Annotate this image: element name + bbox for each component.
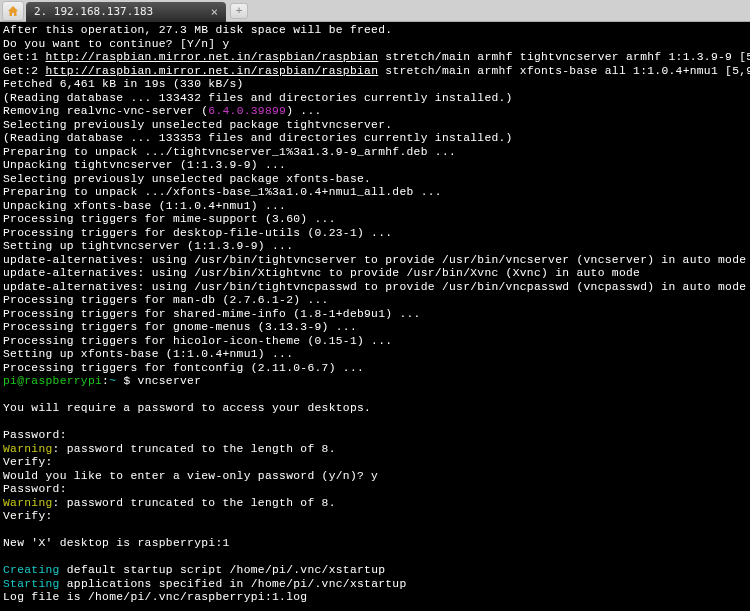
output-line: Fetched 6,461 kB in 19s (330 kB/s): [3, 78, 244, 90]
close-icon[interactable]: ×: [211, 5, 218, 19]
prompt-user: pi@raspberrypi: [3, 375, 102, 387]
warning-label: Warning: [3, 443, 53, 455]
output-line: Setting up xfonts-base (1:1.0.4+nmu1) ..…: [3, 348, 293, 360]
output-line: stretch/main armhf xfonts-base all 1:1.0…: [378, 65, 750, 77]
output-line: Processing triggers for desktop-file-uti…: [3, 227, 392, 239]
home-icon: [7, 5, 19, 17]
output-line: Processing triggers for shared-mime-info…: [3, 308, 421, 320]
output-line: Password:: [3, 483, 67, 495]
output-line: Log file is /home/pi/.vnc/raspberrypi:1.…: [3, 591, 307, 603]
output-line: Processing triggers for hicolor-icon-the…: [3, 335, 392, 347]
output-line: Removing realvnc-vnc-server (: [3, 105, 208, 117]
tab-title: 2. 192.168.137.183: [34, 5, 153, 18]
output-line: Selecting previously unselected package …: [3, 173, 371, 185]
output-line: You will require a password to access yo…: [3, 402, 371, 414]
home-button[interactable]: [2, 1, 24, 21]
output-line: Setting up tightvncserver (1:1.3.9-9) ..…: [3, 240, 293, 252]
status-label: Creating: [3, 564, 60, 576]
output-line: ) ...: [286, 105, 321, 117]
output-line: Unpacking xfonts-base (1:1.0.4+nmu1) ...: [3, 200, 286, 212]
output-line: Selecting previously unselected package …: [3, 119, 392, 131]
tab-bar: 2. 192.168.137.183 × +: [0, 0, 750, 22]
output-line: Would you like to enter a view-only pass…: [3, 470, 378, 482]
output-line: update-alternatives: using /usr/bin/tigh…: [3, 281, 746, 293]
status-label: Starting: [3, 578, 60, 590]
output-line: Do you want to continue? [Y/n] y: [3, 38, 230, 50]
output-line: Processing triggers for mime-support (3.…: [3, 213, 336, 225]
output-line: update-alternatives: using /usr/bin/Xtig…: [3, 267, 640, 279]
output-line: Preparing to unpack .../xfonts-base_1%3a…: [3, 186, 442, 198]
output-line: Get:1: [3, 51, 45, 63]
version-text: 6.4.0.39899: [208, 105, 286, 117]
prompt-dollar: $: [116, 375, 137, 387]
command-text: vncserver: [138, 375, 202, 387]
terminal-output[interactable]: After this operation, 27.3 MB disk space…: [0, 22, 750, 611]
output-line: : password truncated to the length of 8.: [53, 497, 336, 509]
output-line: Preparing to unpack .../tightvncserver_1…: [3, 146, 456, 158]
output-line: Processing triggers for gnome-menus (3.1…: [3, 321, 357, 333]
tab-active[interactable]: 2. 192.168.137.183 ×: [26, 2, 226, 22]
output-line: Get:2: [3, 65, 45, 77]
output-line: Unpacking tightvncserver (1:1.3.9-9) ...: [3, 159, 286, 171]
output-line: applications specified in /home/pi/.vnc/…: [60, 578, 407, 590]
output-line: Verify:: [3, 510, 53, 522]
new-tab-button[interactable]: +: [230, 3, 248, 19]
url-link[interactable]: http://raspbian.mirror.net.in/raspbian/r…: [45, 51, 378, 63]
output-line: (Reading database ... 133353 files and d…: [3, 132, 513, 144]
output-line: (Reading database ... 133432 files and d…: [3, 92, 513, 104]
output-line: Processing triggers for man-db (2.7.6.1-…: [3, 294, 329, 306]
url-link[interactable]: http://raspbian.mirror.net.in/raspbian/r…: [45, 65, 378, 77]
plus-icon: +: [236, 4, 243, 17]
output-line: : password truncated to the length of 8.: [53, 443, 336, 455]
output-line: stretch/main armhf tightvncserver armhf …: [378, 51, 750, 63]
output-line: New 'X' desktop is raspberrypi:1: [3, 537, 230, 549]
output-line: Processing triggers for fontconfig (2.11…: [3, 362, 364, 374]
output-line: After this operation, 27.3 MB disk space…: [3, 24, 392, 36]
output-line: Verify:: [3, 456, 53, 468]
warning-label: Warning: [3, 497, 53, 509]
output-line: update-alternatives: using /usr/bin/tigh…: [3, 254, 746, 266]
output-line: default startup script /home/pi/.vnc/xst…: [60, 564, 386, 576]
output-line: Password:: [3, 429, 67, 441]
